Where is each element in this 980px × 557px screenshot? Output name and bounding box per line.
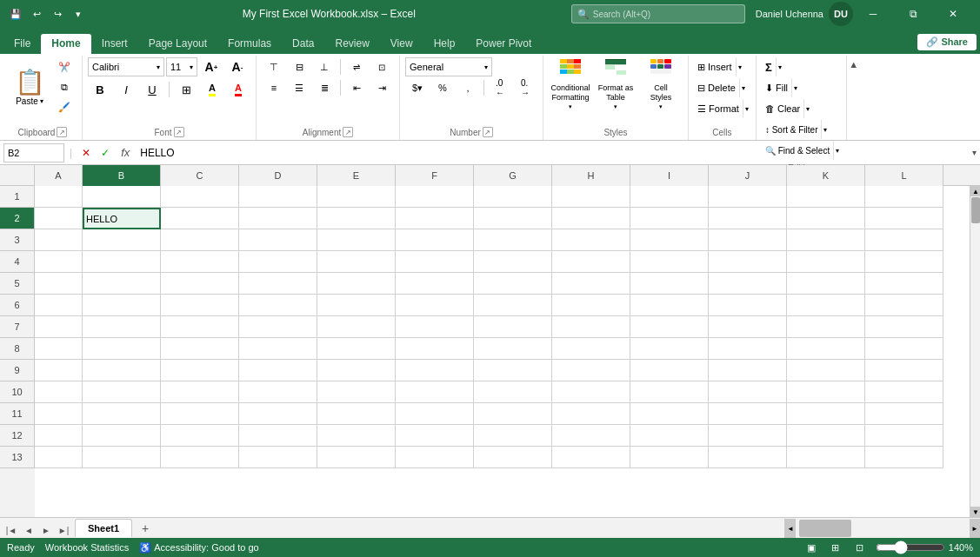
cell-a4[interactable] xyxy=(35,251,83,273)
cell-e2[interactable] xyxy=(317,208,396,229)
redo-icon[interactable]: ↪ xyxy=(49,5,66,23)
percent-button[interactable]: % xyxy=(430,78,455,97)
add-sheet-button[interactable]: + xyxy=(136,519,155,538)
cell-h13[interactable] xyxy=(552,447,630,468)
increase-font-button[interactable]: A+ xyxy=(199,57,223,76)
cell-i9[interactable] xyxy=(630,360,709,381)
col-header-j[interactable]: J xyxy=(709,165,787,186)
sheet-nav-next[interactable]: ► xyxy=(38,522,54,538)
cut-button[interactable]: ✂️ xyxy=(52,57,77,76)
cell-h4[interactable] xyxy=(552,251,630,273)
cell-j6[interactable] xyxy=(709,295,787,316)
cell-h2[interactable] xyxy=(552,208,630,229)
cell-k4[interactable] xyxy=(787,251,865,273)
cell-d11[interactable] xyxy=(239,403,317,425)
italic-button[interactable]: I xyxy=(114,80,138,99)
col-header-b[interactable]: B xyxy=(83,165,161,186)
cell-g5[interactable] xyxy=(474,273,552,295)
cell-k8[interactable] xyxy=(787,338,865,360)
cell-f7[interactable] xyxy=(396,316,474,338)
cell-c4[interactable] xyxy=(161,251,239,273)
normal-view-button[interactable]: ▣ xyxy=(803,539,820,556)
cell-f1[interactable] xyxy=(396,186,474,208)
user-avatar[interactable]: DU xyxy=(829,2,853,26)
cell-j9[interactable] xyxy=(709,360,787,381)
font-name-dropdown[interactable]: Calibri▾ xyxy=(88,57,164,76)
cell-i6[interactable] xyxy=(630,295,709,316)
cell-styles-button[interactable]: CellStyles ▾ xyxy=(639,57,683,112)
cell-j1[interactable] xyxy=(709,186,787,208)
font-size-dropdown[interactable]: 11▾ xyxy=(166,57,197,76)
cell-k2[interactable] xyxy=(787,208,865,229)
cell-b8[interactable] xyxy=(83,338,161,360)
page-layout-view-button[interactable]: ⊞ xyxy=(827,539,844,556)
cell-l3[interactable] xyxy=(865,229,943,251)
cell-d4[interactable] xyxy=(239,251,317,273)
cell-f3[interactable] xyxy=(396,229,474,251)
cell-b4[interactable] xyxy=(83,251,161,273)
cell-j4[interactable] xyxy=(709,251,787,273)
cell-i3[interactable] xyxy=(630,229,709,251)
cell-c10[interactable] xyxy=(161,381,239,403)
col-header-k[interactable]: K xyxy=(787,165,865,186)
cell-a2[interactable] xyxy=(35,208,83,229)
cell-i2[interactable] xyxy=(630,208,709,229)
row-header-7[interactable]: 7 xyxy=(0,316,35,338)
col-header-a[interactable]: A xyxy=(35,165,83,186)
cell-a9[interactable] xyxy=(35,360,83,381)
cell-g13[interactable] xyxy=(474,447,552,468)
col-header-l[interactable]: L xyxy=(865,165,943,186)
cell-i4[interactable] xyxy=(630,251,709,273)
cell-a10[interactable] xyxy=(35,381,83,403)
cell-f4[interactable] xyxy=(396,251,474,273)
cell-l2[interactable] xyxy=(865,208,943,229)
cell-h8[interactable] xyxy=(552,338,630,360)
tab-home[interactable]: Home xyxy=(41,34,90,54)
delete-button[interactable]: ⊟ Delete ▾ xyxy=(694,78,747,97)
cell-f13[interactable] xyxy=(396,447,474,468)
share-button[interactable]: 🔗 Share xyxy=(917,34,977,50)
cell-a6[interactable] xyxy=(35,295,83,316)
cell-h6[interactable] xyxy=(552,295,630,316)
hscroll-thumb[interactable] xyxy=(799,520,851,537)
align-left-button[interactable]: ≡ xyxy=(262,78,286,97)
cell-h12[interactable] xyxy=(552,425,630,447)
cell-l1[interactable] xyxy=(865,186,943,208)
cell-d2[interactable] xyxy=(239,208,317,229)
cell-g11[interactable] xyxy=(474,403,552,425)
fill-color-button[interactable]: A xyxy=(200,80,224,99)
cell-k7[interactable] xyxy=(787,316,865,338)
col-header-h[interactable]: H xyxy=(552,165,630,186)
cell-l13[interactable] xyxy=(865,447,943,468)
cell-k1[interactable] xyxy=(787,186,865,208)
cell-j13[interactable] xyxy=(709,447,787,468)
cell-l9[interactable] xyxy=(865,360,943,381)
number-dialog-button[interactable]: ↗ xyxy=(483,127,493,137)
cell-h7[interactable] xyxy=(552,316,630,338)
row-header-12[interactable]: 12 xyxy=(0,425,35,447)
cell-d1[interactable] xyxy=(239,186,317,208)
workbook-statistics[interactable]: Workbook Statistics xyxy=(45,542,129,553)
decrease-font-button[interactable]: A- xyxy=(225,57,250,76)
tab-help[interactable]: Help xyxy=(423,34,466,54)
format-button[interactable]: ☰ Format ▾ xyxy=(694,99,750,118)
cell-a7[interactable] xyxy=(35,316,83,338)
align-center-button[interactable]: ☰ xyxy=(287,78,311,97)
clear-button[interactable]: 🗑 Clear ▾ xyxy=(762,99,811,118)
cell-a11[interactable] xyxy=(35,403,83,425)
delete-arrow[interactable]: ▾ xyxy=(739,78,747,97)
page-break-view-button[interactable]: ⊡ xyxy=(851,539,869,556)
cell-h10[interactable] xyxy=(552,381,630,403)
cell-g4[interactable] xyxy=(474,251,552,273)
tab-file[interactable]: File xyxy=(3,34,41,54)
cell-i12[interactable] xyxy=(630,425,709,447)
clear-arrow[interactable]: ▾ xyxy=(803,99,811,118)
sheet-nav-first[interactable]: |◄ xyxy=(3,522,19,538)
cell-l8[interactable] xyxy=(865,338,943,360)
col-header-e[interactable]: E xyxy=(317,165,396,186)
sort-filter-button[interactable]: ↕ Sort & Filter ▾ xyxy=(762,120,830,139)
cell-h5[interactable] xyxy=(552,273,630,295)
tab-page-layout[interactable]: Page Layout xyxy=(138,34,217,54)
find-select-arrow[interactable]: ▾ xyxy=(833,141,841,160)
scroll-right-button[interactable]: ► xyxy=(970,519,980,538)
